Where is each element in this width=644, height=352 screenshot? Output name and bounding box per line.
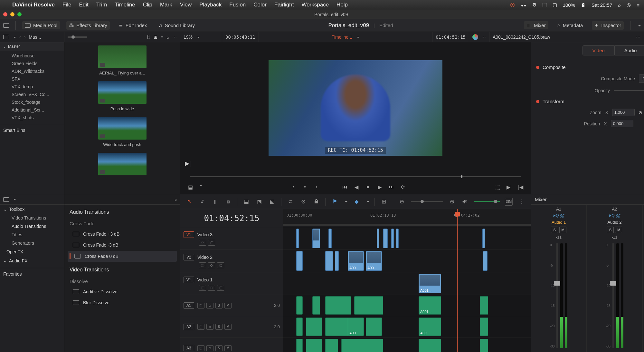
record-icon[interactable]: ⦿ xyxy=(510,2,515,8)
loop-icon[interactable]: ⟳ xyxy=(399,183,406,191)
audio-clip[interactable] xyxy=(480,296,488,315)
zoom-slider[interactable] xyxy=(411,201,443,202)
track-header-v3[interactable]: V1Video 3 ◇▢ xyxy=(180,227,283,250)
nav-fwd-icon[interactable]: › xyxy=(24,34,26,40)
track-disable-icon[interactable]: ▢ xyxy=(217,262,224,268)
viewer-canvas[interactable]: ▶| REC TC: 01:04:52:15 xyxy=(180,42,531,173)
zoom-in-icon[interactable]: ⊕ xyxy=(448,198,456,206)
next-marker-icon[interactable]: › xyxy=(313,183,320,191)
trim-tool-icon[interactable]: ⫽ xyxy=(198,198,206,206)
flag-icon[interactable]: ⚑ xyxy=(331,198,338,206)
auto-select-icon[interactable]: ◇ xyxy=(206,324,213,330)
match-frame-icon[interactable]: ▶| xyxy=(185,160,191,167)
mute-button[interactable]: M xyxy=(559,227,566,233)
video-clip[interactable] xyxy=(396,229,399,248)
timeline-timecode[interactable]: 01:04:52:15 xyxy=(180,209,283,227)
audio-clip[interactable] xyxy=(325,339,338,352)
track-header-v2[interactable]: V2Video 2 ⬚◇▢ xyxy=(180,250,283,272)
tl-more-icon[interactable]: ⋮ xyxy=(518,198,526,206)
track-header-v1[interactable]: V1Video 1 ⬚◇▢ xyxy=(180,272,283,295)
menu-workspace[interactable]: Workspace xyxy=(301,2,329,8)
video-clip[interactable] xyxy=(391,229,394,248)
audio-clip[interactable] xyxy=(419,339,441,352)
smart-bins-header[interactable]: Smart Bins xyxy=(0,125,64,135)
video-clip[interactable] xyxy=(482,229,485,248)
bin-item[interactable]: ADR_Wildtracks xyxy=(0,67,64,75)
menu-clip[interactable]: Clip xyxy=(143,2,152,8)
audio-clip[interactable]: A001... xyxy=(419,296,441,315)
solo-button[interactable]: S xyxy=(607,227,614,233)
mute-button[interactable]: M xyxy=(224,345,232,351)
layout-icon[interactable] xyxy=(3,23,9,28)
mark-in-icon[interactable]: ⬓ xyxy=(187,183,194,191)
menu-color[interactable]: Color xyxy=(253,2,267,8)
audio-clip[interactable] xyxy=(480,318,488,336)
overwrite-icon[interactable]: ⬔ xyxy=(255,198,263,206)
opacity-slider[interactable] xyxy=(614,90,644,91)
airplay-icon[interactable]: ▢ xyxy=(553,2,557,8)
marker-dot-icon[interactable]: • xyxy=(301,183,308,191)
flag-menu[interactable] xyxy=(344,200,347,204)
media-pool-button[interactable]: Media Pool xyxy=(22,21,60,29)
track-lane-a2[interactable]: A00... A00... xyxy=(283,316,531,337)
video-clip[interactable] xyxy=(312,229,320,248)
track-header-a1[interactable]: A1⬚◇SM2.0 xyxy=(180,295,283,316)
track-tag[interactable]: A1 xyxy=(184,302,194,309)
inspector-button[interactable]: ✦Inspector xyxy=(592,21,624,30)
gear-icon[interactable]: ⚙ xyxy=(532,2,536,8)
track-lane-v2[interactable]: A00... A00... xyxy=(283,250,531,272)
track-tag[interactable]: A2 xyxy=(184,324,194,330)
eq-button[interactable]: EQ▯▯ xyxy=(609,213,620,218)
fx-cat-audio-transitions[interactable]: Audio Transitions xyxy=(0,222,64,230)
fader[interactable] xyxy=(556,243,558,348)
audio-clip[interactable] xyxy=(341,339,383,352)
bin-item[interactable]: Warehouse xyxy=(0,52,64,60)
fx-layout-menu[interactable] xyxy=(12,197,16,202)
clock[interactable]: Sat 20:57 xyxy=(592,2,612,8)
playhead[interactable] xyxy=(457,209,458,352)
menu-edit[interactable]: Edit xyxy=(79,2,88,8)
mixer-button[interactable]: ⫼Mixer xyxy=(524,21,548,29)
solo-button[interactable]: S xyxy=(215,345,223,351)
clip-item[interactable] xyxy=(98,153,147,175)
snap-icon[interactable]: ⊂ xyxy=(287,198,294,206)
track-disable-icon[interactable]: ▢ xyxy=(217,285,224,291)
blade-tool-icon[interactable]: ⧈ xyxy=(224,198,232,206)
toolbox-header[interactable]: ⌄Toolbox xyxy=(0,205,64,214)
track-tag[interactable]: V1 xyxy=(184,277,194,283)
bypass-icon[interactable] xyxy=(472,34,478,40)
enable-dot-icon[interactable] xyxy=(536,66,539,69)
lock-track-icon[interactable]: ⬚ xyxy=(199,285,206,291)
clip-item[interactable]: Wide track and push xyxy=(98,117,147,147)
last-frame-icon[interactable]: ⏭ xyxy=(388,183,395,191)
mute-icon[interactable]: 🔊︎ xyxy=(461,198,469,206)
auto-select-icon[interactable]: ◇ xyxy=(208,285,215,291)
menu-help[interactable]: Help xyxy=(336,2,348,8)
audio-clip[interactable] xyxy=(480,339,488,352)
siri-icon[interactable]: ◎ xyxy=(627,2,631,8)
match-icon[interactable]: ⬚ xyxy=(494,183,501,191)
replace-icon[interactable]: ⬕ xyxy=(268,198,276,206)
audio-clip[interactable]: A00... xyxy=(348,318,364,336)
bin-item[interactable]: Stock_footage xyxy=(0,98,64,106)
edit-index-button[interactable]: ≣Edit Index xyxy=(116,21,150,30)
position-x-input[interactable] xyxy=(611,120,633,127)
app-name[interactable]: DaVinci Resolve xyxy=(12,2,55,8)
mute-button[interactable]: M xyxy=(224,303,232,308)
track-disable-icon[interactable]: ▢ xyxy=(208,240,215,246)
insert-icon[interactable]: ⬓ xyxy=(242,198,250,206)
lock-track-icon[interactable]: ⬚ xyxy=(197,303,204,308)
video-clip[interactable] xyxy=(483,251,488,271)
sound-library-button[interactable]: ♫Sound Library xyxy=(156,21,197,29)
video-clip[interactable] xyxy=(296,229,299,248)
enable-dot-icon[interactable] xyxy=(536,100,539,103)
menu-fairlight[interactable]: Fairlight xyxy=(274,2,294,8)
viewer-more-icon[interactable]: ⋯ xyxy=(481,34,486,40)
stop-icon[interactable]: ■ xyxy=(365,183,372,191)
marker-menu[interactable] xyxy=(365,200,369,204)
menu-mark[interactable]: Mark xyxy=(160,2,172,8)
bin-item[interactable]: Green Fields xyxy=(0,60,64,67)
solo-button[interactable]: S xyxy=(551,227,558,233)
solo-button[interactable]: S xyxy=(215,324,223,330)
track-lane-v1[interactable]: A001... xyxy=(283,272,531,295)
